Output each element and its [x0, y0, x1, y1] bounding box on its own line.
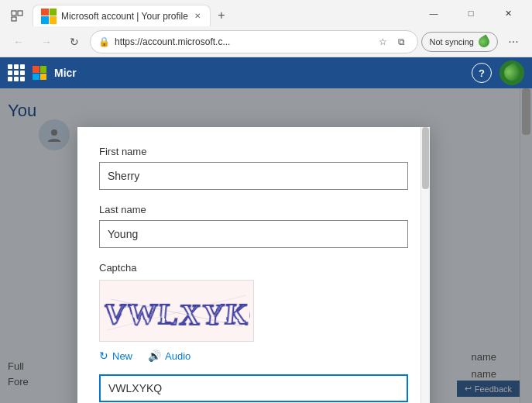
minimize-button[interactable]: — [416, 1, 451, 26]
apps-grid-icon [8, 64, 25, 81]
window-toggle-icon[interactable] [6, 5, 28, 26]
refresh-captcha-icon: ↻ [99, 350, 108, 362]
captcha-input-row [99, 374, 408, 402]
ms-toolbar: Micr ? [0, 57, 532, 88]
svg-rect-1 [18, 11, 22, 16]
captcha-image: VWLXYKQ [99, 280, 254, 342]
audio-icon: 🔊 [148, 350, 161, 362]
maximize-button[interactable]: □ [453, 1, 489, 26]
captcha-label: Captcha [99, 262, 408, 274]
last-name-input[interactable] [99, 220, 408, 248]
audio-captcha-button[interactable]: 🔊 Audio [148, 350, 190, 362]
sync-label: Not syncing [430, 37, 474, 46]
new-captcha-label: New [112, 350, 132, 362]
modal-scrollbar-thumb[interactable] [422, 127, 429, 189]
ms-brand-label: Micr [54, 67, 77, 79]
lock-icon: 🔒 [98, 36, 110, 47]
captcha-section: Captcha VWLXYKQ [99, 262, 408, 362]
star-icon[interactable]: ☆ [376, 34, 391, 50]
reading-view-icon[interactable]: ⧉ [394, 34, 410, 50]
window-controls: — □ ✕ [416, 1, 526, 26]
tab-favicon [41, 9, 57, 24]
tab-strip: Microsoft account | Your profile ✕ + [6, 0, 411, 26]
tab-title: Microsoft account | Your profile [61, 11, 188, 22]
ms-logo [33, 66, 46, 80]
last-name-group: Last name [99, 204, 408, 248]
url-text: https://account.microsoft.c... [115, 36, 371, 47]
last-name-label: Last name [99, 204, 408, 215]
address-icons: ☆ ⧉ [376, 34, 410, 50]
new-captcha-button[interactable]: ↻ New [99, 350, 132, 362]
first-name-input[interactable] [99, 162, 408, 190]
address-bar[interactable]: 🔒 https://account.microsoft.c... ☆ ⧉ [90, 30, 418, 53]
modal-scrollbar[interactable] [420, 127, 430, 403]
captcha-modal: First name Last name Captcha [77, 127, 430, 403]
captcha-input[interactable] [99, 374, 408, 402]
captcha-actions: ↻ New 🔊 Audio [99, 350, 408, 362]
sync-leaf-icon [476, 34, 491, 49]
svg-rect-0 [12, 11, 16, 16]
forward-button[interactable]: → [34, 29, 59, 54]
active-tab[interactable]: Microsoft account | Your profile ✕ [33, 5, 211, 26]
captcha-svg: VWLXYKQ [103, 284, 250, 338]
first-name-label: First name [99, 146, 408, 157]
svg-text:VWLXYKQ: VWLXYKQ [103, 298, 250, 330]
audio-captcha-label: Audio [165, 350, 190, 362]
nav-bar: ← → ↻ 🔒 https://account.microsoft.c... ☆… [0, 26, 532, 57]
first-name-group: First name [99, 146, 408, 190]
new-tab-button[interactable]: + [211, 5, 232, 26]
refresh-button[interactable]: ↻ [62, 29, 87, 54]
avatar-button[interactable] [499, 60, 524, 85]
browser-menu-button[interactable]: ··· [501, 29, 526, 54]
browser-frame: Microsoft account | Your profile ✕ + — □… [0, 0, 532, 403]
sync-button[interactable]: Not syncing [421, 32, 498, 52]
back-button[interactable]: ← [6, 29, 31, 54]
title-bar: Microsoft account | Your profile ✕ + — □… [0, 0, 532, 26]
help-button[interactable]: ? [472, 63, 492, 83]
svg-rect-2 [12, 17, 16, 21]
page-area: You Full Fore name name First name [0, 88, 532, 403]
apps-menu[interactable] [8, 64, 25, 81]
avatar-leaf-icon [501, 62, 522, 83]
close-button[interactable]: ✕ [490, 1, 526, 26]
tab-close-button[interactable]: ✕ [193, 10, 202, 22]
